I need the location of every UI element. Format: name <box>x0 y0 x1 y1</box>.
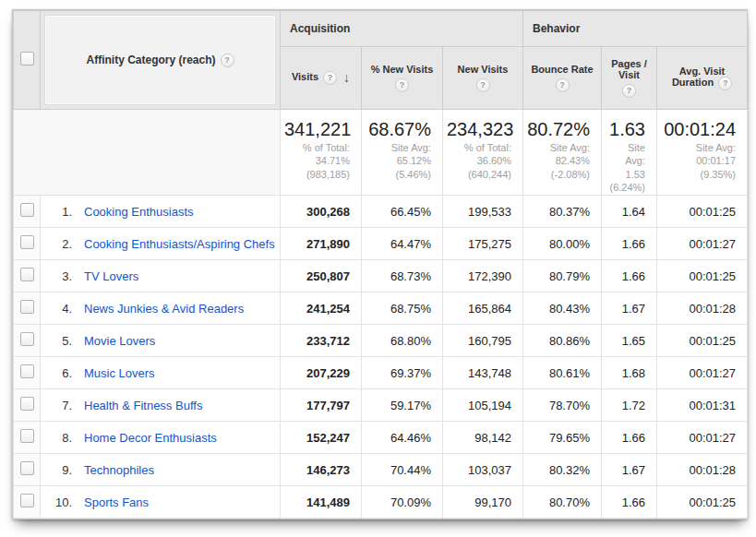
summary-avg-visit-duration-value: 00:01:24 <box>661 119 736 140</box>
column-header-pages-per-visit[interactable]: Pages / Visit? <box>602 46 657 109</box>
row-checkbox-cell <box>14 486 41 519</box>
category-link[interactable]: Cooking Enthusiasts <box>84 205 194 219</box>
row-checkbox[interactable] <box>20 397 34 411</box>
row-checkbox[interactable] <box>20 300 34 314</box>
summary-visits: 341,221 % of Total: 34.71% (983,185) <box>281 110 362 196</box>
category-link[interactable]: Movie Lovers <box>84 334 155 348</box>
category-link[interactable]: News Junkies & Avid Readers <box>84 302 244 316</box>
pages-per-visit-cell: 1.68 <box>602 357 657 389</box>
category-link[interactable]: Music Lovers <box>84 366 155 380</box>
row-checkbox[interactable] <box>20 235 34 249</box>
help-icon[interactable]: ? <box>718 77 732 90</box>
bounce-rate-cell: 78.70% <box>523 389 602 422</box>
bounce-rate-cell: 80.37% <box>523 196 602 228</box>
category-cell: 1.Cooking Enthusiasts <box>41 196 281 228</box>
summary-new-visits-value: 234,323 <box>447 119 511 140</box>
pct-new-visits-cell: 66.45% <box>362 196 443 228</box>
row-checkbox[interactable] <box>20 203 34 217</box>
dimension-header-panel[interactable]: Affinity Category (reach) ? <box>44 15 276 105</box>
row-checkbox[interactable] <box>20 364 34 378</box>
pages-per-visit-cell: 1.66 <box>602 486 657 519</box>
pct-new-visits-cell: 64.46% <box>362 422 443 454</box>
pct-new-visits-cell: 70.44% <box>362 454 443 486</box>
bounce-rate-cell: 80.32% <box>523 454 602 486</box>
select-all-checkbox[interactable] <box>20 52 34 66</box>
row-rank: 5. <box>41 334 72 348</box>
category-cell: 9.Technophiles <box>41 454 281 486</box>
help-icon[interactable]: ? <box>221 54 234 67</box>
column-header-pct-new-visits[interactable]: % New Visits? <box>362 46 443 109</box>
visits-header-label: Visits <box>292 71 318 82</box>
pct-new-visits-cell: 59.17% <box>362 389 443 422</box>
pct-new-visits-cell: 68.80% <box>362 325 443 357</box>
pages-per-visit-cell: 1.67 <box>602 454 657 486</box>
row-checkbox-cell <box>14 196 41 228</box>
pages-per-visit-cell: 1.72 <box>602 389 657 422</box>
summary-row: 341,221 % of Total: 34.71% (983,185) 68.… <box>14 110 748 196</box>
summary-pct-new-visits: 68.67% Site Avg: 65.12% (5.46%) <box>362 110 443 196</box>
visits-cell: 207,229 <box>281 357 362 389</box>
pages-per-visit-header-label: Pages / Visit <box>611 58 647 80</box>
bounce-rate-cell: 80.00% <box>523 228 602 260</box>
new-visits-header-label: New Visits <box>458 64 509 75</box>
summary-pages-per-visit-sub: Site Avg: 1.53 (6.24%) <box>606 141 645 194</box>
visits-cell: 241,254 <box>281 292 362 325</box>
column-header-visits[interactable]: Visits?↓ <box>281 46 362 109</box>
row-checkbox[interactable] <box>20 332 34 346</box>
row-checkbox-cell <box>14 325 41 357</box>
column-header-new-visits[interactable]: New Visits? <box>443 46 523 109</box>
new-visits-cell: 199,533 <box>443 196 523 228</box>
table-row: 5.Movie Lovers 233,712 68.80% 160,795 80… <box>14 325 748 357</box>
new-visits-cell: 99,170 <box>443 486 523 519</box>
help-icon[interactable]: ? <box>622 84 636 98</box>
avg-visit-duration-cell: 00:01:25 <box>657 196 748 228</box>
help-icon[interactable]: ? <box>476 78 490 92</box>
row-checkbox[interactable] <box>20 429 34 443</box>
row-checkbox-cell <box>14 389 41 422</box>
table-row: 10.Sports Fans 141,489 70.09% 99,170 80.… <box>14 486 748 519</box>
pages-per-visit-cell: 1.66 <box>602 422 657 454</box>
column-header-bounce-rate[interactable]: Bounce Rate? <box>523 46 602 109</box>
bounce-rate-cell: 80.61% <box>523 357 602 389</box>
summary-visits-value: 341,221 <box>284 119 350 140</box>
bounce-rate-header-label: Bounce Rate <box>531 64 593 75</box>
summary-bounce-rate-value: 80.72% <box>527 119 590 140</box>
summary-pct-new-visits-sub: Site Avg: 65.12% (5.46%) <box>366 141 431 181</box>
category-link[interactable]: Sports Fans <box>84 495 149 509</box>
avg-visit-duration-cell: 00:01:25 <box>657 486 748 519</box>
column-header-avg-visit-duration[interactable]: Avg. Visit Duration? <box>657 46 748 109</box>
row-rank: 6. <box>41 366 72 380</box>
row-checkbox-cell <box>14 454 41 486</box>
row-checkbox[interactable] <box>20 494 34 507</box>
help-icon[interactable]: ? <box>323 71 337 85</box>
visits-cell: 146,273 <box>281 454 362 486</box>
category-cell: 6.Music Lovers <box>41 357 281 389</box>
row-rank: 7. <box>41 399 72 412</box>
table-row: 2.Cooking Enthusiasts/Aspiring Chefs 271… <box>14 228 748 260</box>
category-link[interactable]: Cooking Enthusiasts/Aspiring Chefs <box>84 237 275 251</box>
category-link[interactable]: TV Lovers <box>84 269 138 283</box>
category-link[interactable]: Technophiles <box>84 463 154 477</box>
row-checkbox[interactable] <box>20 461 34 475</box>
category-link[interactable]: Home Decor Enthusiasts <box>84 431 217 445</box>
row-checkbox-cell <box>14 228 41 260</box>
table-row: 8.Home Decor Enthusiasts 152,247 64.46% … <box>14 422 748 454</box>
row-checkbox[interactable] <box>20 268 34 281</box>
visits-cell: 177,797 <box>281 389 362 422</box>
section-behavior: Behavior <box>523 11 748 47</box>
help-icon[interactable]: ? <box>556 78 570 92</box>
visits-cell: 233,712 <box>281 325 362 357</box>
category-link[interactable]: Health & Fitness Buffs <box>84 399 202 412</box>
pct-new-visits-cell: 69.37% <box>362 357 443 389</box>
avg-visit-duration-header-label: Avg. Visit Duration <box>672 66 725 88</box>
summary-new-visits-sub: % of Total: 36.60% (640,244) <box>447 141 511 181</box>
help-icon[interactable]: ? <box>395 78 409 92</box>
pct-new-visits-cell: 68.75% <box>362 292 443 325</box>
pct-new-visits-header-label: % New Visits <box>371 64 434 75</box>
visits-cell: 271,890 <box>281 228 362 260</box>
sort-descending-icon: ↓ <box>343 70 350 85</box>
table-row: 4.News Junkies & Avid Readers 241,254 68… <box>14 292 748 325</box>
summary-bounce-rate-sub: Site Avg: 82.43% (-2.08%) <box>527 141 590 181</box>
row-rank: 4. <box>41 302 72 316</box>
avg-visit-duration-cell: 00:01:27 <box>657 422 748 454</box>
